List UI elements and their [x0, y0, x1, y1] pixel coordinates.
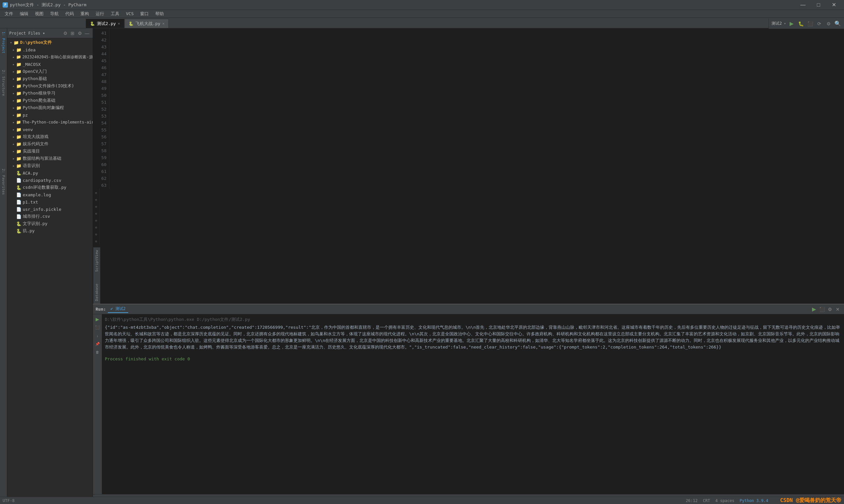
tree-ocr[interactable]: ▸🐍文字识别.py — [7, 220, 93, 227]
maximize-button[interactable]: □ — [811, 0, 826, 10]
rerun-btn[interactable]: ▶ — [94, 316, 101, 323]
run-output: D:\软件\python工具\Python\python.exe D:/pyth… — [102, 314, 844, 494]
project-toolbar: Project Files ▾ ⚙ ⊞ ⚙ — — [7, 28, 93, 38]
tree-root[interactable]: ▾ 📁 D:\python文件 — [7, 39, 93, 46]
tree-cardio[interactable]: ▸📄cardiopathy.csv — [7, 177, 93, 184]
tree-algo[interactable]: ▸📁数据结构与算法基础 — [7, 155, 93, 162]
right-panel-tabs: ScriptView Database — [93, 247, 100, 304]
menu-help[interactable]: 帮助 — [152, 10, 167, 17]
menu-code[interactable]: 代码 — [62, 10, 77, 17]
clear-btn[interactable]: 🗑 — [94, 348, 101, 356]
run-command-line: D:\软件\python工具\Python\python.exe D:/pyth… — [105, 316, 841, 323]
menu-navigate[interactable]: 导航 — [47, 10, 62, 17]
run-toolbar: 测试2 ▾ ▶ 🐛 ⬛ ⟳ ⚙ 🔍 — [769, 18, 844, 29]
project-toolbar-settings[interactable]: ⚙ — [76, 30, 83, 37]
tab-aircraft[interactable]: 🐍 飞机大战.py ✕ — [124, 19, 169, 28]
code-line-41 — [97, 246, 844, 247]
watermark: CSDN @爱喝兽奶的荒天帝 — [780, 497, 841, 504]
titlebar-left: P python文件 - 测试2.py - PyCharm — [3, 2, 86, 8]
tree-pymodule[interactable]: ▸📁Python模块学习 — [7, 90, 93, 97]
left-tab-favorites[interactable]: 2: Favorites — [1, 165, 6, 198]
right-tab-scriptview[interactable]: ScriptView — [94, 247, 100, 274]
gutter: ⊖ ⊖ ⊖ ⊖ ⊖ ⊖ ⊖ ⊖ — [93, 189, 100, 245]
left-tab-project[interactable]: 1: Project — [1, 28, 6, 57]
menu-tools[interactable]: 工具 — [107, 10, 123, 17]
tree-venv[interactable]: ▸📁venv — [7, 126, 93, 133]
statusbar: UTF-8 26:12 CRT 4 spaces Python 3.9.4 CS… — [0, 497, 844, 504]
tree-opencv[interactable]: ▸📁OpenCV入门 — [7, 68, 93, 75]
project-toolbar-close[interactable]: — — [83, 30, 91, 37]
tree-20232[interactable]: ▸📁20232402045-影响心脏病诊断因素-源程序 — [7, 53, 93, 60]
tab-label-aircraft: 飞机大战.py — [136, 21, 160, 27]
tree-pybase[interactable]: ▸📁python基础 — [7, 75, 93, 82]
tree-macosx[interactable]: ▸📁_MACOSX — [7, 60, 93, 68]
bottom-panel: Run: ✔ 测试2 ▶ ⬛ ⚙ ✕ ▶ ⬛ ↓ 📌 — [93, 304, 844, 494]
tree-aca[interactable]: ▸🐍ACA.py — [7, 169, 93, 177]
statusbar-indent: 4 spaces — [716, 499, 735, 503]
menu-view[interactable]: 视图 — [32, 10, 47, 17]
run-exit-line: Process finished with exit code 0 — [105, 356, 841, 362]
scroll-run-btn[interactable]: ↓ — [94, 332, 101, 339]
tree-speech[interactable]: ▸📁语音识别 — [7, 162, 93, 169]
search-button-top[interactable]: 🔍 — [834, 20, 841, 28]
code-content[interactable]: response = requests.request("POST", url,… — [93, 245, 844, 247]
window-controls: — □ ✕ — [795, 0, 841, 10]
tree-p1[interactable]: ▸📄p1.txt — [7, 198, 93, 205]
menu-refactor[interactable]: 重构 — [77, 10, 92, 17]
tab-close-aircraft[interactable]: ✕ — [162, 21, 165, 26]
run-close-panel[interactable]: ✕ — [834, 306, 841, 313]
menu-window[interactable]: 窗口 — [137, 10, 152, 17]
menu-edit[interactable]: 编辑 — [16, 10, 32, 17]
tree-example[interactable]: ▸📄example.log — [7, 191, 93, 198]
tree-city[interactable]: ▸📄城市排行.csv — [7, 213, 93, 220]
line-numbers: 4142434445 4647484950 5152535455 5657585… — [93, 28, 109, 189]
left-tabs: 1: Project 2: Structure 2: Favorites — [0, 28, 7, 504]
menu-file[interactable]: 文件 — [1, 10, 16, 17]
tree-aircraft[interactable]: ▸📁The-Python-code-implements-aircraft-..… — [7, 119, 93, 126]
run-tab-test2[interactable]: ✔ 测试2 — [108, 305, 128, 313]
title-text: python文件 - 测试2.py - PyCharm — [10, 2, 86, 8]
run-rerun-button[interactable]: ▶ — [810, 306, 817, 313]
run-settings-button[interactable]: ⚙ — [826, 306, 833, 313]
tree-tank[interactable]: ▸📁坦克大战游戏 — [7, 133, 93, 140]
titlebar: P python文件 - 测试2.py - PyCharm — □ ✕ — [0, 0, 844, 10]
tree-idea[interactable]: ▸📁.idea — [7, 46, 93, 53]
right-tab-database[interactable]: Database — [94, 281, 100, 304]
tree-ji[interactable]: ▸🐍玑.py — [7, 227, 93, 235]
run-config-label: 测试2 — [772, 21, 782, 26]
run-side-controls: ▶ ⬛ ⚙ ✕ — [810, 306, 841, 313]
tree-practice[interactable]: ▸📁实战项目 — [7, 148, 93, 155]
tree-entertain[interactable]: ▸📁娱乐代码文件 — [7, 140, 93, 148]
project-toolbar-expand[interactable]: ⊞ — [69, 30, 76, 37]
tab-test2[interactable]: 🐍 测试2.py ✕ — [86, 19, 124, 28]
statusbar-pos: 26:12 — [686, 499, 697, 503]
bottom-content-area: ▶ ⬛ ↓ 📌 🗑 D:\软件\python工具\Python\python.e… — [93, 314, 844, 494]
tree-csdn[interactable]: ▸🐍csdn评论数量获取.py — [7, 184, 93, 191]
project-toolbar-cog[interactable]: ⚙ — [62, 30, 69, 37]
menu-vcs[interactable]: VCS — [123, 11, 137, 17]
tree-pycrawl[interactable]: ▸📁Python爬虫基础 — [7, 97, 93, 104]
stop-button[interactable]: ⬛ — [806, 20, 814, 28]
run-config-arrow: ▾ — [784, 21, 786, 26]
close-button[interactable]: ✕ — [827, 0, 841, 10]
pin-btn[interactable]: 📌 — [94, 340, 101, 347]
run-stop-button[interactable]: ⬛ — [818, 306, 826, 313]
file-tree: ▾ 📁 D:\python文件 ▸📁.idea ▸📁20232402045-影响… — [7, 38, 93, 504]
tab-close-test2[interactable]: ✕ — [118, 21, 120, 26]
statusbar-encoding: UTF-8 — [3, 499, 15, 503]
left-tab-structure[interactable]: 2: Structure — [1, 67, 6, 99]
minimize-button[interactable]: — — [795, 0, 810, 10]
run-button[interactable]: ▶ — [788, 20, 795, 28]
settings-button-run[interactable]: ⚙ — [825, 20, 832, 28]
menu-run[interactable]: 运行 — [92, 10, 107, 17]
tree-pz[interactable]: ▸📁pz — [7, 111, 93, 119]
tree-pyoop[interactable]: ▸📁Python面向对象编程 — [7, 104, 93, 111]
stop-run-btn[interactable]: ⬛ — [94, 324, 101, 331]
tab-icon-aircraft: 🐍 — [128, 21, 134, 26]
debug-button[interactable]: 🐛 — [797, 20, 805, 28]
statusbar-python: Python 3.9.4 — [740, 499, 769, 503]
reload-button[interactable]: ⟳ — [816, 20, 823, 28]
tree-pyio[interactable]: ▸📁Python文件操作(IO技术) — [7, 82, 93, 90]
run-label: Run: — [96, 307, 106, 312]
tree-usr[interactable]: ▸📄usr_info.pickle — [7, 205, 93, 213]
